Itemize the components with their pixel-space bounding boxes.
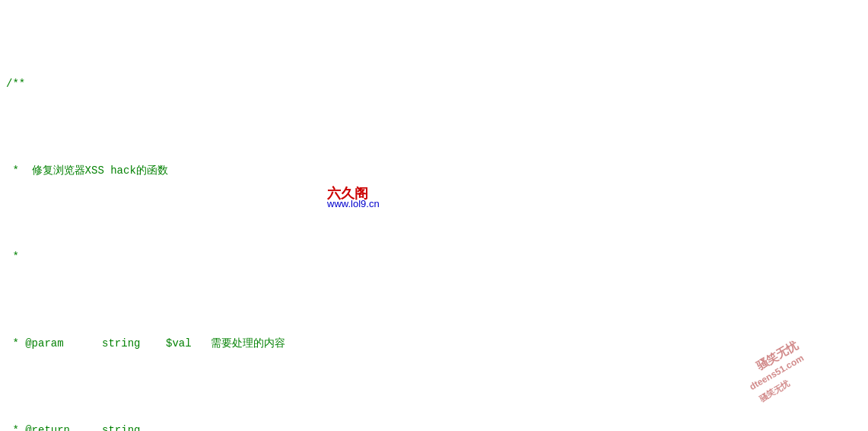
code-line-4: * @param string $val 需要处理的内容 [0, 334, 868, 353]
code-editor: /** * 修复浏览器XSS hack的函数 * * @param string… [0, 0, 868, 431]
code-line-3: * [0, 247, 868, 266]
code-content: /** * 修复浏览器XSS hack的函数 * * @param string… [0, 0, 868, 431]
code-line-5: * @return string [0, 421, 868, 431]
code-line-1: /** [0, 75, 868, 93]
code-line-2: * 修复浏览器XSS hack的函数 [0, 161, 868, 180]
